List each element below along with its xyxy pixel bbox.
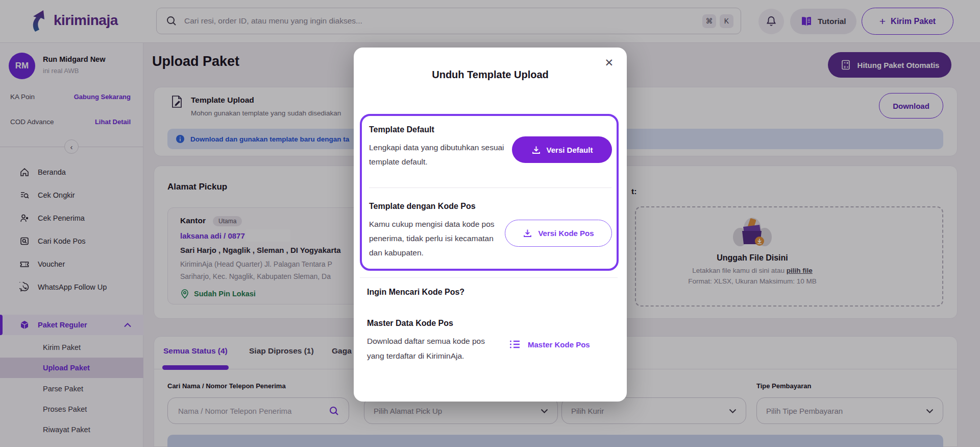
master-data-body: Download daftar semua kode pos yang terd… <box>367 334 497 363</box>
versi-kode-pos-label: Versi Kode Pos <box>538 229 594 238</box>
template-kodepos-heading: Template dengan Kode Pos <box>369 202 476 211</box>
versi-kode-pos-button[interactable]: Versi Kode Pos <box>505 220 612 247</box>
template-default-heading: Template Default <box>369 125 434 134</box>
list-icon <box>509 340 521 349</box>
modal-divider <box>360 277 618 278</box>
template-kodepos-body: Kamu cukup mengisi data kode pos penerim… <box>369 217 506 260</box>
versi-default-button[interactable]: Versi Default <box>512 136 612 163</box>
modal-title: Unduh Template Upload <box>354 69 627 81</box>
app-root: kiriminaja ⌘ K <box>0 0 980 447</box>
versi-default-label: Versi Default <box>547 146 593 154</box>
master-data-heading: Master Data Kode Pos <box>367 319 453 328</box>
find-kodepos-heading: Ingin Mencari Kode Pos? <box>367 288 464 297</box>
master-kode-pos-link[interactable]: Master Kode Pos <box>509 340 590 349</box>
box-divider <box>369 187 611 188</box>
download-tray-icon <box>523 228 532 238</box>
close-icon[interactable]: ✕ <box>604 57 614 69</box>
download-tray-icon <box>531 145 541 155</box>
unduh-template-modal: ✕ Unduh Template Upload Template Default… <box>354 48 627 402</box>
master-kode-pos-label: Master Kode Pos <box>528 340 590 349</box>
template-options-box: Template Default Lengkapi data yang dibu… <box>360 114 619 271</box>
template-default-body: Lengkapi data yang dibutuhkan sesuai tem… <box>369 140 506 169</box>
